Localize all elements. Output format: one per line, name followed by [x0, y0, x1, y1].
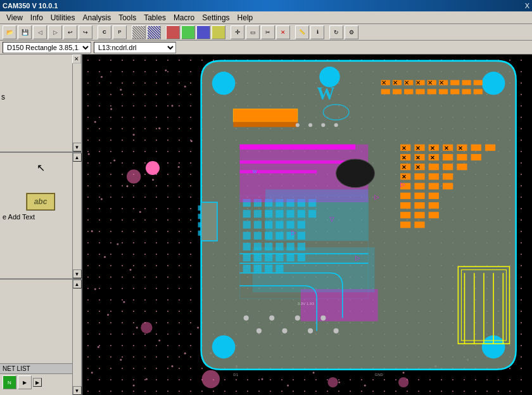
- svg-rect-155: [429, 183, 439, 190]
- svg-point-46: [141, 322, 152, 333]
- title-bar: CAM350 V 10.0.1 X: [0, 0, 532, 11]
- panel-mid-scroll-up[interactable]: ▲: [73, 153, 82, 162]
- svg-point-203: [320, 316, 326, 321]
- tb-rotate[interactable]: ↻: [329, 25, 343, 39]
- menu-info[interactable]: Info: [27, 12, 47, 23]
- layer-select[interactable]: L13:ncdrl.drl: [94, 42, 176, 53]
- tb-grid2[interactable]: [147, 25, 161, 39]
- panel-bottom-scroll-down[interactable]: ▼: [73, 386, 82, 395]
- tb-save[interactable]: 💾: [18, 25, 32, 39]
- svg-point-29: [197, 327, 199, 328]
- tb-open[interactable]: 📂: [3, 25, 16, 39]
- svg-point-32: [171, 365, 173, 367]
- svg-point-197: [244, 316, 249, 321]
- tb-cut-tool[interactable]: ✂: [261, 25, 275, 39]
- abc-text-button[interactable]: abc: [26, 193, 55, 210]
- net-list-btn2[interactable]: ▶: [18, 375, 32, 389]
- svg-point-19: [120, 359, 122, 361]
- panel-mid-scroll-down[interactable]: ▼: [73, 269, 82, 278]
- menu-tables[interactable]: Tables: [140, 12, 170, 23]
- svg-point-6: [113, 160, 115, 162]
- tb-grid1[interactable]: [132, 25, 146, 39]
- svg-point-10: [91, 230, 93, 232]
- panel-bottom-scroll-up[interactable]: ▲: [73, 280, 82, 288]
- tb-select[interactable]: ▭: [246, 25, 260, 39]
- svg-text:✕: ✕: [381, 79, 386, 86]
- tb-color1[interactable]: [166, 25, 180, 39]
- close-button[interactable]: X: [525, 2, 529, 10]
- tb-color4[interactable]: [212, 25, 225, 39]
- svg-rect-113: [243, 243, 251, 250]
- panel-mid-section: ▲ ▼ ↖ abc e Add Text: [0, 153, 81, 280]
- svg-rect-145: [414, 173, 424, 179]
- svg-rect-58: [233, 122, 297, 127]
- svg-text:✕: ✕: [402, 155, 407, 161]
- menu-analysis[interactable]: Analysis: [79, 12, 115, 23]
- svg-point-30: [158, 340, 160, 342]
- svg-rect-169: [485, 145, 495, 151]
- svg-rect-102: [254, 221, 262, 228]
- tb-redo[interactable]: ↪: [79, 25, 92, 39]
- svg-point-25: [158, 127, 160, 129]
- pcb-canvas[interactable]: W: [82, 55, 532, 395]
- net-list-content: N ▶ ▶: [0, 374, 72, 391]
- scroll-down-button[interactable]: ▼: [73, 143, 82, 152]
- tb-measure[interactable]: 📏: [295, 25, 309, 39]
- svg-point-9: [139, 211, 141, 213]
- panel-top-scrollbar: ▲ ▼: [72, 55, 81, 152]
- svg-rect-77: [450, 89, 459, 94]
- svg-point-12: [104, 256, 106, 258]
- svg-point-2: [110, 108, 112, 110]
- tb-info-btn[interactable]: ℹ: [310, 25, 324, 39]
- menu-utilities[interactable]: Utilities: [47, 12, 79, 23]
- svg-rect-76: [439, 89, 448, 94]
- svg-point-39: [338, 381, 340, 383]
- svg-text:✕: ✕: [402, 174, 407, 180]
- menu-help[interactable]: Help: [234, 12, 257, 23]
- panel-close-button[interactable]: ✕: [72, 55, 81, 63]
- svg-point-22: [165, 70, 167, 72]
- svg-rect-165: [457, 154, 467, 160]
- svg-text:✕: ✕: [404, 79, 409, 86]
- menu-tools[interactable]: Tools: [115, 12, 140, 23]
- svg-text:▷: ▷: [400, 181, 405, 188]
- svg-rect-131: [265, 190, 368, 241]
- svg-rect-70: [474, 80, 483, 85]
- tb-undo[interactable]: ↩: [63, 25, 77, 39]
- svg-rect-107: [243, 232, 251, 240]
- tb-move[interactable]: ✛: [231, 25, 244, 39]
- svg-rect-108: [254, 232, 262, 240]
- svg-rect-73: [404, 89, 413, 94]
- svg-rect-168: [471, 154, 481, 160]
- net-list-scroll-right[interactable]: ▶: [33, 378, 42, 387]
- svg-point-8: [101, 198, 103, 200]
- svg-rect-139: [400, 202, 410, 209]
- svg-rect-148: [414, 202, 424, 209]
- svg-point-14: [94, 288, 96, 290]
- tb-btn3[interactable]: ▷: [48, 25, 62, 39]
- svg-rect-79: [474, 89, 483, 94]
- tb-copy[interactable]: C: [98, 25, 111, 39]
- svg-rect-157: [429, 202, 439, 209]
- svg-rect-57: [233, 109, 297, 122]
- svg-text:W: W: [253, 169, 257, 174]
- net-list-btn1[interactable]: N: [3, 375, 16, 389]
- tb-gear[interactable]: ⚙: [345, 25, 358, 39]
- coord-select[interactable]: D150 Rectangle 3.85,1.93: [3, 42, 91, 53]
- tb-btn2[interactable]: ◁: [33, 25, 47, 39]
- svg-point-16: [107, 314, 109, 316]
- tb-color2[interactable]: [181, 25, 195, 39]
- tb-delete[interactable]: ✕: [276, 25, 290, 39]
- svg-rect-210: [201, 202, 217, 241]
- canvas-area[interactable]: W: [82, 55, 532, 395]
- tb-color3[interactable]: [196, 25, 210, 39]
- menu-settings[interactable]: Settings: [198, 12, 233, 23]
- menu-macro[interactable]: Macro: [170, 12, 198, 23]
- svg-text:✕: ✕: [402, 145, 407, 152]
- svg-point-33: [146, 378, 148, 380]
- svg-rect-214: [198, 231, 201, 236]
- svg-point-199: [269, 316, 274, 321]
- svg-point-28: [152, 179, 154, 181]
- tb-paste[interactable]: P: [113, 25, 127, 39]
- menu-view[interactable]: View: [3, 12, 27, 23]
